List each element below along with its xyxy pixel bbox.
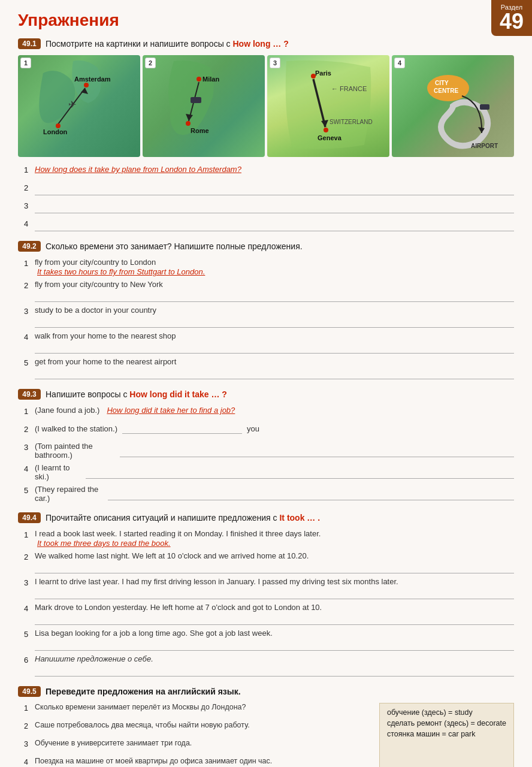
exercise-49-2-item-1: 1 fly from your city/country to London I… bbox=[24, 258, 514, 276]
item-text-49-2-1: fly from your city/country to London bbox=[35, 258, 514, 267]
map-4-number: 4 bbox=[394, 58, 405, 68]
exercise-49-5-header: 49.5 Переведите предложения на английски… bbox=[18, 686, 514, 697]
item-text-49-5-1: Сколько времени занимает перелёт из Моск… bbox=[35, 703, 246, 711]
map-4-svg: CITY CENTRE AIRPORT bbox=[392, 55, 514, 157]
section-badge: Раздел 49 bbox=[491, 0, 532, 36]
exercise-49-3-header: 49.3 Напишите вопросы с How long did it … bbox=[18, 389, 514, 400]
item-text-49-4-3: I learnt to drive last year. I had my fi… bbox=[35, 577, 514, 586]
exercise-49-4-header: 49.4 Прочитайте описания ситуаций и напи… bbox=[18, 512, 514, 523]
map-4: 4 CITY CENTRE AIRPORT bbox=[392, 55, 514, 157]
exercise-49-2-item-3: 3 study to be a doctor in your country bbox=[24, 306, 514, 328]
exercise-49-2-header: 49.2 Сколько времени это занимает? Напиш… bbox=[18, 241, 514, 252]
exercise-49-4-item-1: 1 I read a book last week. I started rea… bbox=[24, 529, 514, 548]
exercise-49-1-label: 49.1 bbox=[18, 38, 41, 49]
exercise-49-3-item-5: 5 (They repaired the car.) bbox=[24, 485, 514, 503]
item-text-49-4-2: We walked home last night. We left at 10… bbox=[35, 551, 514, 560]
answer-49-3-1: How long did it take her to find a job? bbox=[107, 406, 235, 415]
exercise-49-3-label: 49.3 bbox=[18, 389, 41, 400]
exercise-49-4-label: 49.4 bbox=[18, 512, 41, 523]
exercise-49-5-item-4: 4 Поездка на машине от моей квартиры до … bbox=[24, 757, 360, 767]
item-text-49-4-1: I read a book last week. I started readi… bbox=[35, 529, 514, 538]
prompt-49-3-5: (They repaired the car.) bbox=[35, 485, 103, 503]
answer-line-49-4-4[interactable] bbox=[35, 613, 514, 625]
answer-line-49-2-3[interactable] bbox=[35, 316, 514, 328]
exercise-49-3-item-4: 4 (I learnt to ski.) bbox=[24, 463, 514, 481]
exercise-49-3: 49.3 Напишите вопросы с How long did it … bbox=[18, 389, 514, 503]
map-2-svg: Milan Rome bbox=[143, 55, 265, 157]
answer-line-49-1-3[interactable] bbox=[35, 201, 514, 213]
exercise-49-5-sentences: 1 Сколько времени занимает перелёт из Мо… bbox=[18, 703, 360, 767]
svg-text:← FRANCE: ← FRANCE bbox=[331, 85, 367, 92]
svg-text:Paris: Paris bbox=[315, 70, 331, 77]
exercise-49-2: 49.2 Сколько времени это занимает? Напиш… bbox=[18, 241, 514, 379]
exercise-49-3-item-1: 1 (Jane found a job.) How long did it ta… bbox=[24, 406, 514, 420]
maps-row: 1 ✈ London Amsterdam bbox=[18, 55, 514, 157]
answer-line-49-1-4[interactable] bbox=[35, 219, 514, 231]
answer-line-49-3-5[interactable] bbox=[108, 488, 514, 500]
exercise-49-4-item-4: 4 Mark drove to London yesterday. He lef… bbox=[24, 603, 514, 625]
map-3-number: 3 bbox=[270, 58, 280, 68]
svg-point-3 bbox=[56, 123, 61, 128]
exercise-49-1-item-4: 4 bbox=[24, 218, 514, 232]
exercise-49-5-items: 1 Сколько времени занимает перелёт из Мо… bbox=[24, 703, 360, 767]
exercise-49-5: 49.5 Переведите предложения на английски… bbox=[18, 686, 514, 767]
answer-49-4-1: It took me three days to read the book. bbox=[37, 539, 171, 548]
svg-text:Milan: Milan bbox=[202, 76, 219, 83]
answer-line-49-4-2[interactable] bbox=[35, 561, 514, 573]
exercise-49-5-item-1: 1 Сколько времени занимает перелёт из Мо… bbox=[24, 703, 360, 717]
exercise-49-2-item-5: 5 get from your home to the nearest airp… bbox=[24, 357, 514, 379]
exercise-49-1-item-2: 2 bbox=[24, 182, 514, 197]
answer-line-49-4-6[interactable] bbox=[35, 665, 514, 677]
item-text-49-5-2: Саше потребовалось два месяца, чтобы най… bbox=[35, 721, 250, 729]
exercise-49-4-item-2: 2 We walked home last night. We left at … bbox=[24, 551, 514, 573]
exercise-49-4-item-3: 3 I learnt to drive last year. I had my … bbox=[24, 577, 514, 599]
section-num: 49 bbox=[500, 11, 524, 32]
exercise-49-4-instruction: Прочитайте описания ситуаций и напишите … bbox=[46, 513, 320, 523]
svg-text:Amsterdam: Amsterdam bbox=[74, 76, 111, 83]
svg-text:CITY: CITY bbox=[435, 80, 449, 86]
exercise-49-2-items: 1 fly from your city/country to London I… bbox=[24, 258, 514, 379]
exercise-49-1-items: 1 How long does it take by plane from Lo… bbox=[24, 164, 514, 232]
svg-text:London: London bbox=[43, 128, 68, 135]
prompt-49-3-1: (Jane found a job.) bbox=[35, 406, 99, 415]
exercise-49-1-item-3: 3 bbox=[24, 200, 514, 215]
exercise-49-4-item-5: 5 Lisa began looking for a job a long ti… bbox=[24, 629, 514, 651]
svg-rect-27 bbox=[480, 104, 489, 110]
exercise-49-3-items: 1 (Jane found a job.) How long did it ta… bbox=[24, 406, 514, 503]
svg-text:CENTRE: CENTRE bbox=[434, 87, 458, 94]
exercise-49-2-instruction: Сколько времени это занимает? Напишите п… bbox=[46, 241, 303, 251]
prompt-49-3-2: (I walked to the station.) bbox=[35, 424, 117, 433]
page-title: Упражнения bbox=[18, 11, 119, 30]
item-text-49-2-3: study to be a doctor in your country bbox=[35, 306, 514, 315]
exercise-49-5-body: 1 Сколько времени занимает перелёт из Мо… bbox=[18, 703, 514, 767]
answer-49-2-1: It takes two hours to fly from Stuttgart… bbox=[37, 267, 205, 276]
exercise-49-2-label: 49.2 bbox=[18, 241, 41, 252]
svg-rect-9 bbox=[191, 97, 201, 103]
svg-point-12 bbox=[186, 121, 191, 126]
item-text-49-5-3: Обучение в университете занимает три год… bbox=[35, 739, 192, 747]
answer-line-49-2-4[interactable] bbox=[35, 342, 514, 354]
answer-line-49-3-3[interactable] bbox=[120, 445, 514, 457]
exercise-49-3-instruction: Напишите вопросы с How long did it take … bbox=[46, 389, 227, 399]
answer-49-1-1: How long does it take by plane from Lond… bbox=[35, 165, 241, 174]
exercise-49-5-label: 49.5 bbox=[18, 686, 41, 697]
item-text-49-2-4: walk from your home to the nearest shop bbox=[35, 331, 514, 340]
map-3: 3 ← FRANCE SWITZERLAND Paris Geneva bbox=[267, 55, 389, 157]
svg-text:AIRPORT: AIRPORT bbox=[471, 143, 498, 149]
answer-line-49-3-4[interactable] bbox=[86, 467, 514, 479]
item-text-49-2-5: get from your home to the nearest airpor… bbox=[35, 357, 514, 366]
answer-line-49-2-5[interactable] bbox=[35, 367, 514, 379]
map-1-svg: ✈ London Amsterdam bbox=[18, 55, 140, 157]
answer-line-49-4-5[interactable] bbox=[35, 639, 514, 651]
exercise-49-3-item-3: 3 (Tom painted the bathroom.) bbox=[24, 442, 514, 460]
exercise-49-1-item-1: 1 How long does it take by plane from Lo… bbox=[24, 164, 514, 179]
exercise-49-4: 49.4 Прочитайте описания ситуаций и напи… bbox=[18, 512, 514, 677]
item-text-49-4-6: Напишите предложение о себе. bbox=[35, 654, 514, 663]
svg-point-5 bbox=[84, 83, 89, 87]
vocab-item-3: стоянка машин = car park bbox=[387, 730, 506, 738]
answer-line-49-1-2[interactable] bbox=[35, 183, 514, 195]
answer-line-49-4-3[interactable] bbox=[35, 587, 514, 599]
answer-line-49-2-2[interactable] bbox=[35, 290, 514, 302]
svg-point-10 bbox=[197, 77, 201, 81]
svg-text:Geneva: Geneva bbox=[318, 134, 342, 141]
